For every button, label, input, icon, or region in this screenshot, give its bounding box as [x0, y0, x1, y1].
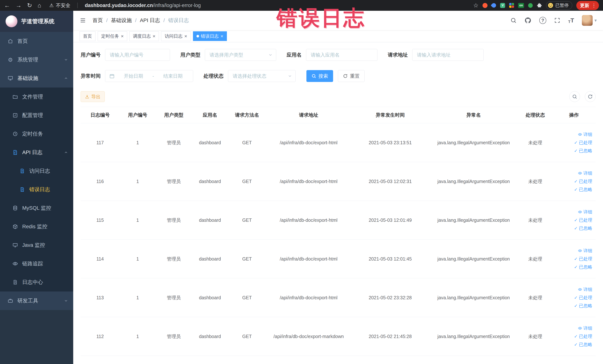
search-icon[interactable]	[510, 17, 517, 23]
exception-time-label: 异常时间	[81, 73, 101, 79]
mark-processed-link[interactable]: ✓已处理	[574, 140, 592, 146]
sidebar-item-mysql-monitor[interactable]: MySQL 监控	[0, 199, 73, 217]
fullscreen-icon[interactable]	[554, 17, 560, 23]
sidebar-item-api-logs[interactable]: API 日志	[0, 143, 73, 162]
cell-url: /api/infra/db-doc/export-markdown	[266, 317, 351, 356]
mark-ignored-link[interactable]: ✓已忽略	[574, 187, 592, 192]
detail-link[interactable]: 详细	[578, 325, 592, 331]
security-chip[interactable]: ⚠ 不安全	[49, 2, 70, 9]
mark-processed-link[interactable]: ✓已处理	[574, 217, 592, 223]
mark-ignored-link[interactable]: ✓已忽略	[574, 225, 592, 231]
tab-scheduled-jobs[interactable]: 定时任务 ×	[98, 31, 127, 41]
paused-extension-badge[interactable]: 已暂停	[546, 1, 572, 10]
tab-dispatch-logs[interactable]: 调度日志 ×	[129, 31, 159, 41]
start-date-input[interactable]: 开始日期	[117, 73, 150, 79]
sidebar-item-infrastructure[interactable]: 基础设施	[0, 69, 73, 88]
sidebar-item-system-management[interactable]: ⚙ 系统管理	[0, 50, 73, 69]
mark-processed-link[interactable]: ✓已处理	[574, 256, 592, 262]
check-icon: ✓	[574, 188, 578, 192]
cell-status: 未处理	[518, 240, 552, 278]
detail-link[interactable]: 详细	[578, 170, 592, 176]
sidebar-item-log-center[interactable]: 日志中心	[0, 273, 73, 292]
close-icon[interactable]: ×	[152, 34, 155, 39]
reload-icon[interactable]: ↻	[27, 2, 32, 8]
user-type-select[interactable]: 请选择用户类型	[205, 49, 276, 61]
breadcrumb-item[interactable]: 首页	[93, 17, 103, 24]
mark-ignored-link[interactable]: ✓已忽略	[574, 264, 592, 270]
forward-icon[interactable]: →	[16, 2, 22, 8]
sidebar-item-dev-tools[interactable]: 研发工具	[0, 292, 73, 310]
request-url-input[interactable]	[412, 49, 484, 61]
home-icon[interactable]: ⌂	[38, 2, 41, 8]
sidebar-item-file-management[interactable]: 文件管理	[0, 88, 73, 106]
vue-devtools-icon[interactable]: V	[500, 3, 505, 8]
bookmark-star-icon[interactable]: ☆	[473, 2, 479, 8]
mark-ignored-link[interactable]: ✓已忽略	[574, 148, 592, 154]
toggle-search-button[interactable]	[569, 91, 580, 102]
search-button[interactable]: 搜索	[306, 70, 333, 82]
table-toolbar: 导出	[81, 91, 596, 102]
sidebar-item-config-management[interactable]: 配置管理	[0, 106, 73, 125]
caret-down-icon: ▾	[594, 18, 597, 23]
close-icon[interactable]: ×	[220, 34, 223, 39]
mark-processed-link[interactable]: ✓已处理	[574, 333, 592, 339]
process-status-select[interactable]: 请选择处理状态	[228, 70, 296, 82]
app-name-label: 应用名	[287, 52, 302, 58]
close-icon[interactable]: ×	[184, 34, 187, 39]
kebab-menu-icon[interactable]: ⋮	[591, 3, 596, 8]
breadcrumb-item[interactable]: 基础设施	[111, 17, 132, 24]
date-range-picker[interactable]: 开始日期 - 结束日期	[105, 70, 193, 82]
document-icon	[12, 279, 18, 285]
sidebar-item-access-logs[interactable]: 访问日志	[0, 162, 73, 180]
sidebar-item-scheduled-jobs[interactable]: 定时任务	[0, 125, 73, 143]
mark-ignored-link[interactable]: ✓已忽略	[574, 341, 592, 348]
user-menu[interactable]: ▾	[582, 15, 597, 26]
font-size-icon[interactable]: TT	[568, 17, 574, 24]
date-separator: -	[152, 73, 154, 79]
browser-chrome: ← → ↻ ⌂ ⚠ 不安全 dashboard.yudao.iocoder.cn…	[0, 0, 603, 11]
breadcrumb-item[interactable]: API 日志	[140, 17, 160, 24]
sidebar-item-redis-monitor[interactable]: Redis 监控	[0, 217, 73, 236]
cell-method: GET	[228, 162, 266, 201]
tab-access-logs[interactable]: 访问日志 ×	[161, 31, 191, 41]
cell-actions: 详细 ✓已处理 ✓已忽略	[552, 240, 596, 278]
app-name-input[interactable]	[306, 49, 377, 61]
extension-icon[interactable]	[509, 3, 514, 8]
mark-processed-link[interactable]: ✓已处理	[574, 178, 592, 184]
detail-link[interactable]: 详细	[578, 248, 592, 254]
cell-time: 2021-05-03 12:02:31	[351, 162, 429, 201]
sidebar-item-error-logs[interactable]: 错误日志	[0, 180, 73, 199]
check-icon: ✓	[574, 149, 578, 153]
user-id-input[interactable]	[105, 49, 170, 61]
extension-on-icon[interactable]: on	[518, 3, 524, 8]
detail-link[interactable]: 详细	[578, 209, 592, 215]
reset-button[interactable]: 重置	[338, 70, 365, 82]
sidebar-item-home[interactable]: 首页	[0, 32, 73, 50]
extension-icon[interactable]	[528, 3, 533, 8]
security-label: 不安全	[56, 2, 70, 9]
tab-error-logs[interactable]: 错误日志 ×	[193, 31, 227, 41]
sidebar-item-java-monitor[interactable]: Java 监控	[0, 236, 73, 254]
hamburger-icon[interactable]	[80, 17, 86, 24]
detail-link[interactable]: 详细	[578, 286, 592, 293]
refresh-button[interactable]	[585, 91, 596, 102]
sidebar-item-tracing[interactable]: 链路追踪	[0, 254, 73, 273]
github-icon[interactable]	[524, 17, 532, 24]
extension-icon[interactable]	[491, 2, 497, 9]
export-button[interactable]: 导出	[81, 91, 105, 102]
logo-image	[6, 15, 17, 27]
help-icon[interactable]: ?	[539, 17, 546, 24]
back-icon[interactable]: ←	[4, 2, 10, 8]
extension-icon[interactable]	[483, 3, 487, 8]
check-icon: ✓	[574, 218, 578, 222]
address-bar[interactable]: dashboard.yudao.iocoder.cn/infra/log/api…	[85, 3, 201, 8]
mark-ignored-link[interactable]: ✓已忽略	[574, 303, 592, 309]
mark-processed-link[interactable]: ✓已处理	[574, 295, 592, 301]
chrome-update-button[interactable]: 更新 ⋮	[576, 1, 599, 10]
close-icon[interactable]: ×	[121, 34, 124, 39]
puzzle-icon[interactable]	[537, 3, 542, 8]
detail-link[interactable]: 详细	[578, 131, 592, 137]
app-logo[interactable]: 芋道管理系统	[0, 11, 73, 32]
end-date-input[interactable]: 结束日期	[157, 73, 189, 79]
tab-home[interactable]: 首页	[80, 31, 95, 41]
